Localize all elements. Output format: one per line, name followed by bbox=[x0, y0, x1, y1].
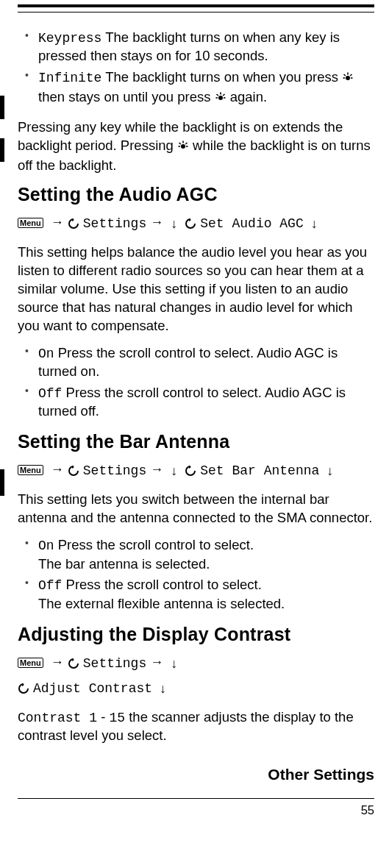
light-icon bbox=[342, 70, 354, 88]
scroll-icon bbox=[185, 458, 196, 481]
list-item: On Press the scroll control to select. A… bbox=[38, 344, 374, 381]
list-item: Keypress The backlight turns on when any… bbox=[38, 29, 374, 65]
heading-audio-agc: Setting the Audio AGC bbox=[18, 184, 374, 205]
arrow-right-icon: → bbox=[150, 460, 163, 480]
option-text: again. bbox=[226, 89, 268, 104]
list-item: On Press the scroll control to select.Th… bbox=[38, 536, 374, 573]
menu-button-icon: Menu bbox=[18, 658, 43, 668]
option-code: On bbox=[38, 346, 54, 361]
svg-line-15 bbox=[185, 143, 187, 144]
menu-button-icon: Menu bbox=[18, 218, 43, 228]
list-item: Infinite The backlight turns on when you… bbox=[38, 68, 374, 108]
page-number: 55 bbox=[18, 803, 374, 817]
svg-point-12 bbox=[181, 144, 185, 149]
bar-description: This setting lets you switch between the… bbox=[18, 491, 374, 527]
svg-line-8 bbox=[216, 94, 218, 96]
menu-button-icon: Menu bbox=[18, 465, 43, 475]
svg-line-9 bbox=[223, 94, 224, 96]
svg-point-0 bbox=[346, 76, 350, 80]
option-code: Keypress bbox=[38, 31, 101, 46]
nav-path-contrast: Menu → Settings → ↓ bbox=[18, 651, 374, 675]
option-text: then stays on until you press bbox=[38, 89, 215, 104]
nav-path-contrast-2: Adjust Contrast ↓ bbox=[18, 676, 374, 700]
svg-line-3 bbox=[350, 74, 351, 76]
agc-options-list: On Press the scroll control to select. A… bbox=[18, 344, 374, 421]
scroll-icon bbox=[68, 458, 79, 481]
scroll-icon bbox=[68, 651, 79, 674]
scroll-icon bbox=[185, 211, 196, 234]
arrow-down-icon: ↓ bbox=[326, 461, 333, 482]
svg-line-2 bbox=[344, 74, 346, 76]
light-icon bbox=[215, 90, 226, 108]
option-code: Off bbox=[38, 386, 62, 401]
arrow-down-icon: ↓ bbox=[311, 214, 318, 235]
arrow-right-icon: → bbox=[51, 213, 64, 233]
arrow-down-icon: ↓ bbox=[160, 679, 166, 700]
option-code: On bbox=[38, 538, 54, 553]
light-icon bbox=[177, 138, 189, 157]
arrow-down-icon: ↓ bbox=[171, 461, 177, 482]
section-footer-title: Other Settings bbox=[18, 766, 374, 783]
backlight-para: Pressing any key while the backlight is … bbox=[18, 118, 374, 175]
heading-bar-antenna: Setting the Bar Antenna bbox=[18, 431, 374, 452]
nav-path-agc: Menu → Settings → ↓ Set Audio AGC ↓ bbox=[18, 211, 374, 235]
option-text: The backlight turns on when you press bbox=[101, 69, 342, 85]
arrow-right-icon: → bbox=[150, 213, 163, 233]
arrow-right-icon: → bbox=[150, 652, 163, 673]
backlight-options-list: Keypress The backlight turns on when any… bbox=[18, 29, 374, 108]
bar-options-list: On Press the scroll control to select.Th… bbox=[18, 536, 374, 613]
arrow-right-icon: → bbox=[51, 460, 64, 480]
svg-line-14 bbox=[179, 143, 180, 144]
option-code: Infinite bbox=[38, 71, 101, 85]
scroll-icon bbox=[68, 211, 79, 234]
arrow-down-icon: ↓ bbox=[171, 654, 177, 675]
agc-description: This setting helps balance the audio lev… bbox=[18, 243, 374, 335]
svg-point-6 bbox=[218, 96, 223, 100]
nav-path-bar: Menu → Settings → ↓ Set Bar Antenna ↓ bbox=[18, 458, 374, 482]
contrast-para: Contrast 1 - 15 the scanner adjusts the … bbox=[18, 708, 374, 745]
list-item: Off Press the scroll control to select.T… bbox=[38, 576, 374, 613]
arrow-down-icon: ↓ bbox=[171, 214, 177, 235]
arrow-right-icon: → bbox=[51, 652, 64, 673]
option-code: Off bbox=[38, 578, 62, 593]
list-item: Off Press the scroll control to select. … bbox=[38, 384, 374, 421]
scroll-icon bbox=[18, 676, 29, 699]
heading-display-contrast: Adjusting the Display Contrast bbox=[18, 624, 374, 645]
